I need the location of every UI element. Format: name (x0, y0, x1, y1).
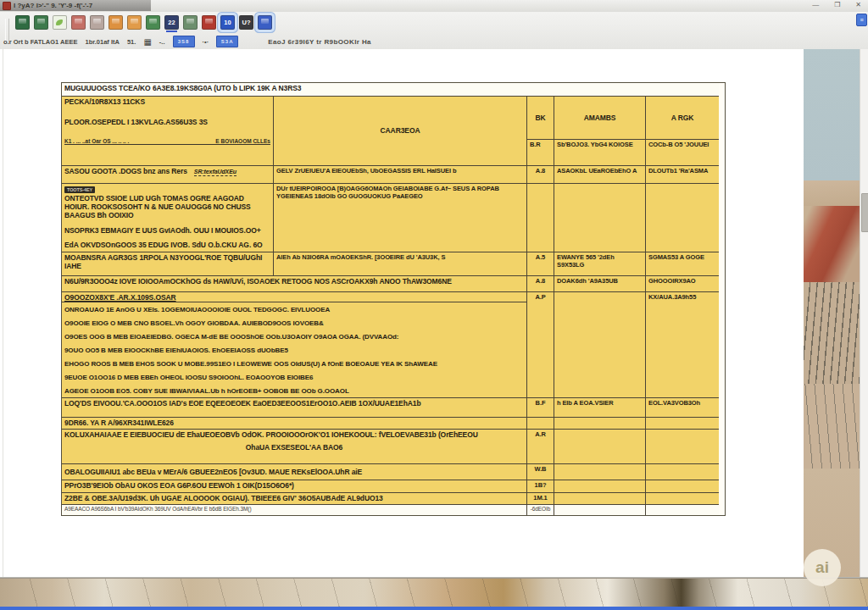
table-cell: DLOUTb1 'Ra'ASMA (646, 166, 719, 183)
table-cell (646, 493, 719, 504)
titlebar-text: l ?yA? l>'-'' 9. 'Y'-9 -f('-'-7 (14, 2, 92, 9)
header-cell-bk: BK (527, 97, 554, 139)
table-cell: -6dEOIb (527, 505, 554, 515)
table-cell: 1M.1 (527, 493, 554, 504)
table-row: SASOU GOOTA .DOGS bnz ans RersSR:texfaUd… (62, 166, 719, 184)
toolbar-icon-13[interactable]: U? (239, 15, 253, 30)
table-cell: A.8 (527, 166, 554, 183)
toolbar-icon-5[interactable] (90, 15, 104, 30)
toolbar-icon-7[interactable] (127, 15, 142, 30)
table-row: TOOTS-4EY ONTEOTVD SSIOE LUD UGh TOMAS O… (62, 184, 719, 252)
toolbar-icon-8[interactable] (146, 15, 160, 30)
table-title-row: MUGUUUOGSS TCEA/KO 6A3E8.19KS8G0A (UTO b… (62, 83, 719, 97)
font-color-icon[interactable]: 22 (164, 15, 179, 30)
table-cell: EWANYE 565 '2dEh S9X53LG (554, 252, 646, 275)
toolbar-dots-2: ·•· (203, 38, 209, 46)
table-row: 9DR66. YA R A/96XR341IWLE626 (62, 418, 719, 430)
table-cell: TOOTS-4EY ONTEOTVD SSIOE LUD UGh TOMAS O… (62, 184, 274, 252)
table-cell (554, 505, 646, 515)
table-cell (527, 184, 554, 252)
table-cell: GELV ZrUEIUEU'A EIEOUEbSh, UbOEGASSIS ER… (274, 166, 527, 183)
table-cell: ONROAUAO 1E AnOG U XEls. 1OGEMOIUAOOOIOI… (62, 302, 527, 397)
close-icon[interactable]: ✕ (855, 1, 861, 8)
header-sub-argk: COCb-B O5 'JOUUEI (646, 139, 719, 165)
toolbar-label-2[interactable]: 1br.01af ItA (86, 38, 120, 46)
toolbar-icon-11[interactable] (202, 15, 216, 30)
table-cell: A9EAACO A96S6bA I bV'b39AIdOKh 369UV OdA… (62, 505, 527, 515)
toolbar-right-blue-icon[interactable]: ≡ (856, 14, 867, 26)
table-cell: DOAK6dh 'A9A35UB (554, 276, 646, 291)
scrollbar-thumb[interactable] (861, 193, 868, 232)
table-cell: EOL.VA3VOB3Oh (646, 398, 719, 417)
table-title: MUGUUUOGSS TCEA/KO 6A3E8.19KS8G0A (UTO b… (62, 83, 719, 96)
toolbar-icon-12-selected[interactable]: 10 (220, 15, 235, 30)
grid-icon[interactable]: ▦ (143, 37, 151, 47)
header-sub-bk: B.R (527, 139, 554, 165)
table-cell: SASOU GOOTA .DOGS bnz ans RersSR:texfaUd… (62, 166, 274, 183)
toolbar-icon-14-selected[interactable] (258, 15, 272, 30)
table-row: MOABNSRA AGR3GS 1RPOLA N3YOOGL'ROE TQBU/… (62, 252, 719, 276)
table-cell (554, 480, 646, 492)
ai-watermark: ai (804, 549, 841, 586)
selected-tool-chip-1[interactable]: 3S8 (173, 36, 195, 47)
vertical-scrollbar[interactable] (860, 49, 868, 577)
toolbar-label-3[interactable]: 51. (127, 38, 136, 46)
app-icon (3, 2, 11, 10)
document-area: MUGUUUOGSS TCEA/KO 6A3E8.19KS8G0A (UTO b… (0, 49, 868, 578)
table-header: PECKA/10R8X13 11CKS PLOOR.OSEPEDL I 13KV… (62, 97, 719, 166)
titlebar: l ?yA? l>'-'' 9. 'Y'-9 -f('-'-7 — ❒ ✕ (0, 0, 868, 13)
toolbar: 22 10 U? o.r Ort b FATLAG1 AEEE 1br.01af… (0, 12, 868, 50)
table-cell (554, 493, 646, 504)
header-cell-amambs: AMAMBS (554, 97, 646, 139)
toolbar-icon-4[interactable] (71, 15, 86, 30)
window-controls: — ❒ ✕ (812, 1, 861, 8)
section-heading-cell: 9DR66. YA R A/96XR341IWLE626 (62, 418, 527, 429)
toolbar-icon-10[interactable] (183, 15, 198, 30)
table-cell: ASAOKbL UEaROEbEhO A (554, 166, 646, 183)
table-cell: A.P (527, 292, 554, 397)
background-photo-bottom (0, 578, 868, 607)
table-cell (554, 184, 646, 252)
toolbar-label-1[interactable]: o.r Ort b FATLAG1 AEEE (3, 38, 78, 46)
table-cell: GHOOOIRX9AO (646, 276, 719, 291)
table-row: N6U/9R3OOO4z IOVE IOIOOAmOCKhOG ds HAW/U… (62, 276, 719, 292)
table-cell: W.B (527, 464, 554, 480)
table-cell (554, 292, 646, 397)
restore-icon[interactable]: ❒ (834, 1, 840, 8)
table-row: KOLUXAHAIAAE E EIEBUOCIEU dE EhaUEOEOBVb… (62, 430, 719, 464)
table-row: PPrO3B'9EIOb ObAU OKOS EOA G6P.6OU EEWOh… (62, 480, 719, 493)
table-footnote-row: A9EAACO A96S6bA I bV'b39AIdOKh 369UV OdA… (62, 505, 719, 515)
toolbar-icon-2[interactable] (34, 15, 48, 30)
toolbar-labels-row: o.r Ort b FATLAG1 AEEE 1br.01af ItA 51. … (3, 36, 371, 47)
table-cell (554, 464, 646, 480)
toolbar-icon-6[interactable] (108, 15, 123, 30)
toolbar-status-text: EaoJ 6r39I6Y tr R9bOOKIr Ha (268, 38, 371, 46)
table-cell (554, 418, 646, 429)
table-cell: KX/AUA.3A9h55 (646, 292, 719, 397)
table-cell: h EIb A EOA.VSIER (554, 398, 646, 417)
bottom-blue-bar (0, 607, 868, 610)
table-cell: KOLUXAHAIAAE E EIEBUOCIEU dE EhaUEOEOBVb… (62, 430, 527, 463)
toolbar-dots-1: -.. (159, 38, 165, 46)
table-cell: AlEh Ab N3IO6RA mOAOEKShR. [3OOEIRE dU '… (274, 252, 527, 275)
table-cell (554, 430, 646, 463)
table-cell: N6U/9R3OOO4z IOVE IOIOOAmOCKhOG ds HAW/U… (62, 276, 527, 291)
section-heading-cell: O9OOZOX8X'E .AR.X.109S.OSAR (62, 292, 527, 302)
annotation-tag: SR:texfaUdXEu (194, 169, 236, 176)
table-row: LOQ'DS EIVOOU.'CA.OOO1OS IAD's EOE EQEEO… (62, 398, 719, 418)
header-cell-argk: A RGK (646, 97, 719, 139)
table-cell: PPrO3B'9EIOb ObAU OKOS EOA G6P.6OU EEWOh… (62, 480, 527, 492)
table-cell: MOABNSRA AGR3GS 1RPOLA N3YOOGL'ROE TQBU/… (62, 252, 274, 275)
minimize-icon[interactable]: — (812, 1, 819, 8)
leaf-icon[interactable] (53, 15, 67, 30)
table-cell: 1B? (527, 480, 554, 492)
table-row-group: O9OOZOX8X'E .AR.X.109S.OSAR ONROAUAO 1E … (62, 292, 719, 398)
header-cell-caracter: CAAR3EOA (274, 97, 527, 165)
toolbar-icon-1[interactable] (15, 15, 30, 30)
background-photo-right (804, 49, 860, 577)
ink-smudge-tag: TOOTS-4EY (64, 186, 95, 193)
table-cell: A.8 (527, 276, 554, 291)
selected-tool-chip-2[interactable]: S3A (216, 36, 238, 47)
titlebar-left-segment: l ?yA? l>'-'' 9. 'Y'-9 -f('-'-7 (0, 0, 151, 11)
table-cell: SGMAS53 A GOGE (646, 252, 719, 275)
